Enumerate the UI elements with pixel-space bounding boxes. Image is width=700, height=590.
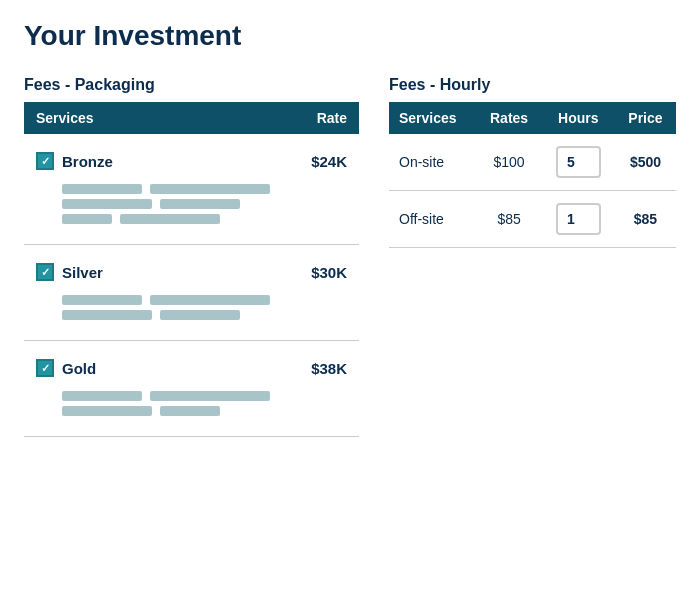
hourly-service: On-site <box>389 134 476 191</box>
placeholder-bar <box>160 199 240 209</box>
package-name-label: Bronze <box>62 153 113 170</box>
packaging-table: Services Rate <box>24 102 359 134</box>
hourly-price: $500 <box>615 134 676 191</box>
package-checkbox[interactable]: ✓ <box>36 359 54 377</box>
hourly-row: Off-site$85$85 <box>389 191 676 248</box>
pkg-col-services: Services <box>24 102 225 134</box>
placeholder-bar <box>62 199 152 209</box>
package-rate: $38K <box>311 360 347 377</box>
placeholder-bar <box>62 391 142 401</box>
placeholder-bar <box>160 310 240 320</box>
package-name: ✓Silver <box>36 263 103 281</box>
hourly-col-services: Services <box>389 102 476 134</box>
package-name-label: Gold <box>62 360 96 377</box>
package-rate: $30K <box>311 264 347 281</box>
package-rate: $24K <box>311 153 347 170</box>
package-row: ✓Silver$30K <box>24 245 359 341</box>
hourly-price: $85 <box>615 191 676 248</box>
hourly-col-hours: Hours <box>542 102 615 134</box>
hours-input[interactable] <box>556 203 601 235</box>
hourly-section-title: Fees - Hourly <box>389 76 676 94</box>
hourly-col-rates: Rates <box>476 102 541 134</box>
hourly-table: Services Rates Hours Price On-site$100$5… <box>389 102 676 248</box>
hourly-col-price: Price <box>615 102 676 134</box>
placeholder-bar <box>160 406 220 416</box>
package-detail-bars <box>24 178 359 234</box>
hourly-service: Off-site <box>389 191 476 248</box>
hourly-rate: $85 <box>476 191 541 248</box>
placeholder-bar <box>62 214 112 224</box>
hourly-row: On-site$100$500 <box>389 134 676 191</box>
package-detail-bars <box>24 385 359 426</box>
pkg-col-rate: Rate <box>225 102 359 134</box>
placeholder-bar <box>62 184 142 194</box>
package-name: ✓Bronze <box>36 152 113 170</box>
package-checkbox[interactable]: ✓ <box>36 152 54 170</box>
placeholder-bar <box>62 295 142 305</box>
placeholder-bar <box>62 406 152 416</box>
placeholder-bar <box>150 391 270 401</box>
packaging-panel: Fees - Packaging Services Rate ✓Bronze$2… <box>24 76 359 437</box>
package-row: ✓Gold$38K <box>24 341 359 437</box>
package-name: ✓Gold <box>36 359 96 377</box>
package-checkbox[interactable]: ✓ <box>36 263 54 281</box>
hourly-hours <box>542 191 615 248</box>
package-name-label: Silver <box>62 264 103 281</box>
package-detail-bars <box>24 289 359 330</box>
hourly-hours <box>542 134 615 191</box>
packaging-section-title: Fees - Packaging <box>24 76 359 94</box>
placeholder-bar <box>150 184 270 194</box>
placeholder-bar <box>150 295 270 305</box>
placeholder-bar <box>120 214 220 224</box>
hours-input[interactable] <box>556 146 601 178</box>
placeholder-bar <box>62 310 152 320</box>
package-rows: ✓Bronze$24K✓Silver$30K✓Gold$38K <box>24 134 359 437</box>
hourly-rate: $100 <box>476 134 541 191</box>
package-row: ✓Bronze$24K <box>24 134 359 245</box>
page-title: Your Investment <box>24 20 676 52</box>
hourly-panel: Fees - Hourly Services Rates Hours Price… <box>389 76 676 248</box>
